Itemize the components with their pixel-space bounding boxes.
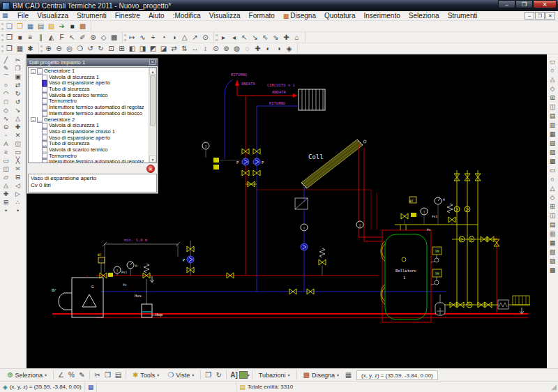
tree-item[interactable]: Valvola di scarico termico bbox=[29, 93, 144, 99]
tubazioni-button[interactable]: Tubazioni ▾ bbox=[255, 370, 294, 380]
color-picker[interactable] bbox=[239, 371, 248, 379]
chamfer-tool-icon[interactable]: ◁ bbox=[13, 181, 23, 190]
panel-close-icon[interactable]: ✕ bbox=[149, 59, 156, 65]
tree-item[interactable]: Interruttore termico automatico di regol… bbox=[29, 105, 144, 111]
rectangle-tool-icon[interactable]: □ bbox=[1, 98, 11, 106]
tree-item[interactable]: Interruttore termico automatico di regol… bbox=[29, 159, 144, 163]
trim-tool-icon[interactable]: ◫ bbox=[13, 140, 23, 148]
menu-modifica[interactable]: :Modifica bbox=[169, 11, 205, 21]
paste-tool-icon[interactable]: ▣ bbox=[13, 73, 23, 81]
zoom-extents-icon[interactable]: ❍ bbox=[75, 44, 85, 54]
resize-grip[interactable]: ◢ bbox=[551, 383, 558, 391]
tree-item[interactable]: -Generatore 2 bbox=[29, 117, 144, 123]
select-nw-icon[interactable]: ↖ bbox=[239, 33, 250, 43]
seleziona-button[interactable]: ⊕ Seleziona ▾ bbox=[3, 370, 51, 380]
mdi-restore-button[interactable]: ❐ bbox=[535, 12, 545, 20]
text-tool-icon[interactable]: A bbox=[1, 140, 11, 148]
menu-strumenti[interactable]: Strumenti bbox=[73, 11, 111, 21]
endpoint-snap-icon[interactable]: ↦ bbox=[127, 33, 137, 43]
snap-percent-icon[interactable]: % bbox=[66, 370, 77, 380]
wireframe-icon[interactable]: ◌ bbox=[242, 44, 252, 54]
cad-symbol-icon[interactable]: ▩ bbox=[548, 266, 557, 275]
iso-view-icon[interactable]: ◈ bbox=[284, 44, 294, 54]
tree-item[interactable]: Tubo di sicurezza bbox=[29, 86, 144, 93]
cad-symbol-icon[interactable]: ◇ bbox=[548, 84, 557, 93]
half-left-icon[interactable]: ◐ bbox=[263, 44, 273, 54]
view-left-icon[interactable]: ◧ bbox=[127, 44, 137, 54]
tree-item[interactable]: Vaso di espansione aperto bbox=[29, 80, 144, 86]
text-style-button[interactable]: A] bbox=[229, 370, 239, 380]
polygon-tool-icon[interactable]: ◇ bbox=[1, 106, 11, 114]
menu-disegna[interactable]: ▩Disegna bbox=[279, 11, 320, 21]
insert-tool-icon[interactable]: ◫ bbox=[1, 165, 11, 173]
cad-symbol-icon[interactable]: ▧ bbox=[548, 248, 557, 257]
sketch-tool-icon[interactable]: ✎ bbox=[1, 64, 11, 73]
cad-symbol-icon[interactable]: ⊞ bbox=[548, 202, 557, 211]
blocks-icon[interactable]: ▦ bbox=[343, 370, 354, 380]
curve-snap-icon[interactable]: ∿ bbox=[137, 33, 148, 43]
polar-tracking-icon[interactable]: ∠ bbox=[56, 370, 66, 380]
menu-seleziona[interactable]: Seleziona bbox=[405, 11, 444, 21]
pan-vert-icon[interactable]: ↕ bbox=[200, 44, 211, 54]
cad-symbol-icon[interactable]: ▦ bbox=[548, 130, 557, 139]
table-tool-icon[interactable]: ⊞ bbox=[1, 198, 11, 206]
cad-symbol-icon[interactable]: ▧ bbox=[548, 139, 557, 148]
orbit-icon[interactable]: ⊚ bbox=[221, 44, 232, 54]
rotate-tool-icon[interactable]: ↻ bbox=[13, 89, 23, 98]
cad-symbol-icon[interactable]: ○ bbox=[548, 175, 557, 184]
point-tool-icon[interactable]: ◦ bbox=[1, 131, 11, 140]
spline-tool-icon[interactable]: ∿ bbox=[1, 114, 11, 123]
folder-icon[interactable]: ▧ bbox=[46, 22, 56, 31]
triangle-snap-icon[interactable]: △ bbox=[179, 33, 190, 43]
screen-icon[interactable]: ■ bbox=[67, 22, 77, 31]
arc-tool-icon[interactable]: ⌒ bbox=[1, 73, 11, 81]
tree-item[interactable]: Termometro bbox=[29, 98, 144, 105]
mirror-tool-icon[interactable]: ⇄ bbox=[13, 81, 23, 89]
zoom-window-icon[interactable]: ◎ bbox=[64, 44, 75, 54]
zoom-selected-icon[interactable]: ⊡ bbox=[106, 44, 116, 54]
erase-tool-icon[interactable]: ✕ bbox=[13, 131, 23, 140]
zoom-in-icon[interactable]: ⊕ bbox=[43, 44, 54, 54]
layers-icon[interactable]: ❐ bbox=[203, 370, 213, 380]
close-button[interactable]: ✕ bbox=[533, 0, 557, 8]
select-se-icon[interactable]: ↘ bbox=[250, 33, 260, 43]
cad-symbol-icon[interactable]: ▦ bbox=[548, 239, 557, 248]
triangle-tool-icon[interactable]: △ bbox=[1, 181, 11, 190]
center-snap-icon[interactable]: ◑ bbox=[169, 33, 179, 43]
grip-tool-icon[interactable]: • bbox=[13, 206, 23, 215]
pen-icon[interactable]: ✐ bbox=[77, 33, 88, 43]
add-select-icon[interactable]: ✚ bbox=[281, 33, 292, 43]
paste-icon[interactable]: ▤ bbox=[113, 370, 123, 380]
cad-symbol-icon[interactable]: ▩ bbox=[548, 157, 557, 166]
cad-symbol-icon[interactable]: ▭ bbox=[548, 57, 557, 66]
scale-tool-icon[interactable]: △ bbox=[13, 114, 23, 123]
crossing-select-icon[interactable]: ⇘ bbox=[271, 33, 281, 43]
fillet-tool-icon[interactable]: ▷ bbox=[13, 190, 23, 198]
array-tool-icon[interactable]: ✚ bbox=[13, 123, 23, 131]
cad-symbol-icon[interactable]: ▭ bbox=[548, 166, 557, 175]
menu-aiuto[interactable]: Aiuto bbox=[144, 11, 169, 21]
undo-view-icon[interactable]: ↺ bbox=[85, 44, 96, 54]
home-icon[interactable]: ⌂ bbox=[292, 33, 302, 43]
copy-icon[interactable]: ❐ bbox=[103, 370, 113, 380]
tree-item[interactable]: Interruttore termico automatico di blocc… bbox=[29, 111, 144, 117]
plus-view-icon[interactable]: ✚ bbox=[252, 44, 263, 54]
tree-scrollbar[interactable]: ▲ ▼ bbox=[149, 68, 156, 163]
new-file-icon[interactable]: ❏ bbox=[4, 22, 15, 31]
tangent-snap-icon[interactable]: ↗ bbox=[190, 33, 200, 43]
viste-button[interactable]: ❍ Viste ▾ bbox=[163, 370, 198, 380]
menu-strumenti-2[interactable]: Strumenti bbox=[444, 11, 482, 21]
stamp-icon[interactable]: ⊛ bbox=[88, 33, 98, 43]
tree-expander-icon[interactable]: - bbox=[31, 69, 36, 74]
delete-component-button[interactable]: ✕ bbox=[146, 165, 155, 173]
open-file-icon[interactable]: ❐ bbox=[15, 22, 25, 31]
hatch-icon[interactable]: ▩ bbox=[109, 33, 119, 43]
tree-item[interactable]: -Generatore 1 bbox=[29, 68, 144, 75]
export-icon[interactable]: ➔ bbox=[56, 22, 67, 31]
disegna-button[interactable]: ▩ Disegna ▾ bbox=[299, 370, 344, 380]
quadrant-snap-icon[interactable]: ◔ bbox=[158, 33, 169, 43]
scroll-up-icon[interactable]: ▲ bbox=[149, 68, 156, 75]
center-view-icon[interactable]: ⊙ bbox=[211, 44, 221, 54]
regen-icon[interactable]: ✱ bbox=[25, 44, 36, 54]
extend-tool-icon[interactable]: ▭ bbox=[13, 148, 23, 156]
